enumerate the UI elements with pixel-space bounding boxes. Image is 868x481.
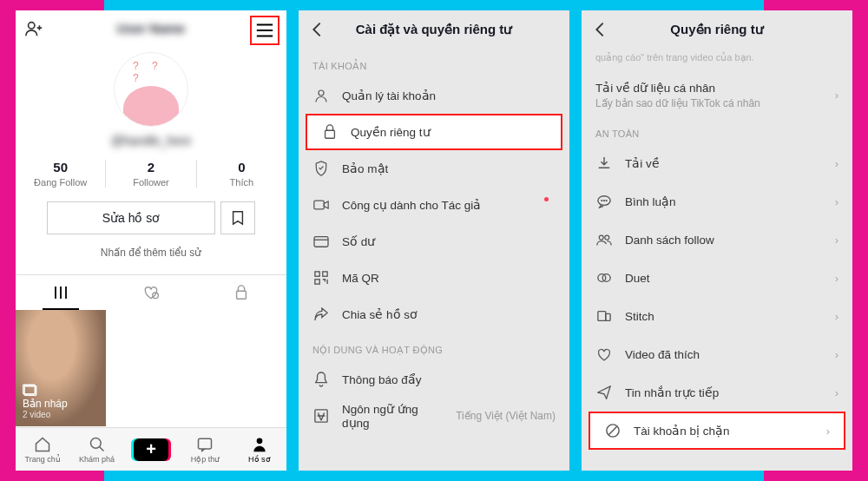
svg-point-17 <box>602 201 602 201</box>
person-icon <box>312 88 330 103</box>
stats-row: 50Đang Follow 2Follower 0Thích <box>16 160 286 188</box>
row-privacy[interactable]: Quyền riêng tư <box>306 114 562 150</box>
avatar[interactable]: ? ? ? <box>114 52 188 127</box>
menu-button[interactable] <box>250 16 279 45</box>
row-qr[interactable]: Mã QR <box>299 260 569 296</box>
bottom-nav: Trang chủ Khám phá + Hộp thư Hồ sơ <box>16 427 286 471</box>
svg-rect-25 <box>606 313 610 320</box>
svg-rect-12 <box>315 272 319 276</box>
svg-point-21 <box>605 235 609 240</box>
svg-rect-11 <box>314 237 328 247</box>
section-account: TÀI KHOẢN <box>299 49 569 77</box>
settings-panel: Cài đặt và quyền riêng tư TÀI KHOẢN Quản… <box>299 10 569 471</box>
row-manage-account[interactable]: Quản lý tài khoản <box>299 77 569 114</box>
row-dm[interactable]: Tin nhắn trực tiếp› <box>582 373 852 412</box>
row-downloads[interactable]: Tải về› <box>582 144 852 182</box>
row-language[interactable]: Ngôn ngữ ứng dụng Tiếng Việt (Việt Nam) <box>299 398 569 434</box>
stat-likes[interactable]: 0Thích <box>197 160 286 188</box>
section-content: NỘI DUNG VÀ HOẠT ĐỘNG <box>299 333 569 361</box>
profile-panel: User Name ? ? ? @handle_here 50Đang Foll… <box>16 10 286 471</box>
row-balance[interactable]: Số dư <box>299 223 569 260</box>
row-blocked-accounts[interactable]: Tài khoản bị chặn› <box>589 412 845 450</box>
svg-point-20 <box>599 235 603 240</box>
bio-prompt[interactable]: Nhấn để thêm tiểu sử <box>16 247 286 259</box>
svg-point-0 <box>29 23 35 29</box>
svg-rect-10 <box>314 201 324 209</box>
comment-icon <box>595 194 613 208</box>
chevron-right-icon: › <box>835 89 838 102</box>
settings-title: Cài đặt và quyền riêng tư <box>356 22 513 37</box>
privacy-title: Quyền riêng tư <box>670 22 763 37</box>
shield-icon <box>312 161 330 176</box>
svg-rect-2 <box>237 291 247 299</box>
section-safety: AN TOÀN <box>582 116 852 144</box>
video-icon <box>312 198 330 212</box>
row-duet[interactable]: Duet› <box>582 259 852 297</box>
svg-point-5 <box>90 438 101 448</box>
profile-handle: @handle_here <box>111 134 191 148</box>
ad-note: quảng cáo" trên trang video của bạn. <box>582 49 852 74</box>
svg-rect-6 <box>199 438 212 449</box>
nav-profile[interactable]: Hồ sơ <box>233 428 286 471</box>
row-download-data[interactable]: Tải về dữ liệu cá nhân Lấy bản sao dữ li… <box>582 74 852 116</box>
row-share-profile[interactable]: Chia sẻ hồ sơ <box>299 296 569 333</box>
svg-point-8 <box>319 90 324 96</box>
duet-icon <box>595 271 613 285</box>
back-button[interactable] <box>307 10 326 49</box>
row-security[interactable]: Bảo mật <box>299 150 569 187</box>
share-icon <box>312 307 330 321</box>
nav-home[interactable]: Trang chủ <box>16 428 69 471</box>
block-icon <box>604 424 621 438</box>
heart-icon <box>595 348 613 361</box>
nav-create[interactable]: + <box>124 428 178 471</box>
row-stitch[interactable]: Stitch› <box>582 297 852 335</box>
stitch-icon <box>595 309 613 323</box>
edit-profile-button[interactable]: Sửa hồ sơ <box>47 201 215 234</box>
bookmark-button[interactable] <box>220 201 255 234</box>
tab-liked[interactable] <box>106 275 196 310</box>
row-following-list[interactable]: Danh sách follow› <box>582 221 852 259</box>
stat-following[interactable]: 50Đang Follow <box>16 160 106 188</box>
people-icon <box>595 233 613 247</box>
row-push-notif[interactable]: Thông báo đẩy <box>299 361 569 398</box>
svg-point-19 <box>606 201 607 201</box>
bell-icon <box>312 372 330 387</box>
profile-name: User Name <box>117 21 185 36</box>
add-friend-icon[interactable] <box>24 19 43 38</box>
svg-rect-14 <box>315 280 319 284</box>
language-icon <box>312 409 330 423</box>
svg-point-18 <box>604 201 605 201</box>
qr-icon <box>312 271 330 285</box>
row-comments[interactable]: Bình luận› <box>582 182 852 221</box>
svg-rect-9 <box>326 130 335 138</box>
send-icon <box>595 385 613 399</box>
back-button[interactable] <box>590 10 609 49</box>
privacy-panel: Quyền riêng tư quảng cáo" trên trang vid… <box>582 10 852 471</box>
svg-rect-24 <box>598 312 606 321</box>
tab-private[interactable] <box>196 275 286 310</box>
nav-discover[interactable]: Khám phá <box>69 428 123 471</box>
tab-grid[interactable] <box>16 275 106 310</box>
lock-icon <box>321 124 339 140</box>
svg-rect-13 <box>323 272 327 276</box>
wallet-icon <box>312 234 330 248</box>
row-liked-videos[interactable]: Video đã thích› <box>582 335 852 373</box>
stat-follower[interactable]: 2Follower <box>106 160 196 188</box>
draft-thumbnail[interactable]: Bản nháp 2 video <box>16 310 106 426</box>
nav-inbox[interactable]: Hộp thư <box>178 428 232 471</box>
svg-point-7 <box>256 438 262 444</box>
download-icon <box>595 156 613 170</box>
row-creator-tools[interactable]: Công cụ dành cho Tác giả <box>299 187 569 223</box>
svg-point-23 <box>602 274 610 282</box>
